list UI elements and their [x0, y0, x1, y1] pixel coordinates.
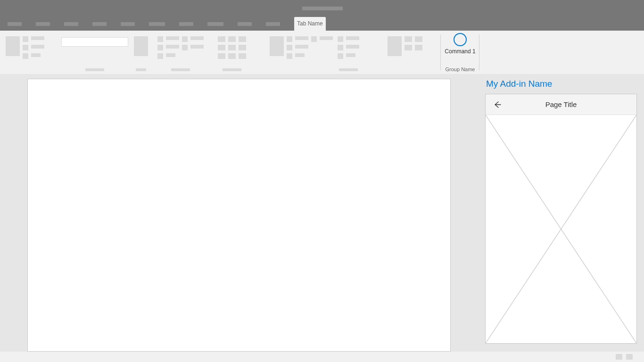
- command-label: Command 1: [443, 48, 477, 55]
- command-circle-icon: [454, 33, 467, 46]
- ribbon-group-stub: [6, 31, 44, 74]
- ribbon-tab-stub[interactable]: [8, 22, 22, 26]
- ribbon-group-stub: [388, 31, 422, 74]
- ribbon-tab-stub[interactable]: [64, 22, 78, 26]
- ribbon-tab-stub[interactable]: [92, 22, 107, 26]
- taskpane: My Add-in Name Page Title: [481, 79, 640, 344]
- ribbon-tab-stub[interactable]: [149, 22, 165, 26]
- statusbar: [0, 352, 644, 362]
- ribbon-tab-stub[interactable]: [36, 22, 50, 26]
- ribbon-group-stub: [338, 31, 359, 74]
- ribbon-tab-stub[interactable]: [121, 22, 135, 26]
- taskpane-page-title: Page Title: [545, 100, 577, 108]
- document-canvas[interactable]: [27, 79, 451, 352]
- ribbon-group-stub: [157, 31, 204, 74]
- titlebar: [0, 0, 644, 17]
- view-mode-stub[interactable]: [626, 354, 633, 360]
- ribbon-group-stub: [218, 31, 246, 74]
- ribbon-tab-stub[interactable]: [179, 22, 193, 26]
- command-button[interactable]: Command 1: [443, 33, 477, 55]
- ribbon-group-stub: [61, 31, 128, 74]
- ribbon-tab-stub[interactable]: [238, 22, 252, 26]
- ribbon-group-stub: [134, 31, 148, 74]
- taskpane-title: My Add-in Name: [481, 79, 640, 89]
- group-label: Group Name: [443, 66, 477, 72]
- taskpane-body-placeholder: [486, 115, 636, 343]
- ribbon-tabstrip: Tab Name: [0, 17, 644, 31]
- view-mode-stub[interactable]: [616, 354, 622, 360]
- back-arrow-icon[interactable]: [493, 100, 502, 109]
- ribbon-custom-group: Command 1 Group Name: [443, 31, 477, 74]
- taskpane-header: Page Title: [486, 94, 636, 115]
- ribbon-tab-stub[interactable]: [207, 22, 223, 26]
- ribbon-divider: [440, 34, 441, 70]
- ribbon: Command 1 Group Name: [0, 31, 644, 74]
- ribbon-tab-active[interactable]: Tab Name: [294, 17, 326, 31]
- workspace: My Add-in Name Page Title: [0, 74, 644, 352]
- taskpane-card: Page Title: [485, 94, 637, 344]
- ribbon-divider: [479, 34, 479, 70]
- ribbon-tab-stub[interactable]: [266, 22, 280, 26]
- title-placeholder: [302, 7, 343, 10]
- ribbon-group-stub: [270, 31, 333, 74]
